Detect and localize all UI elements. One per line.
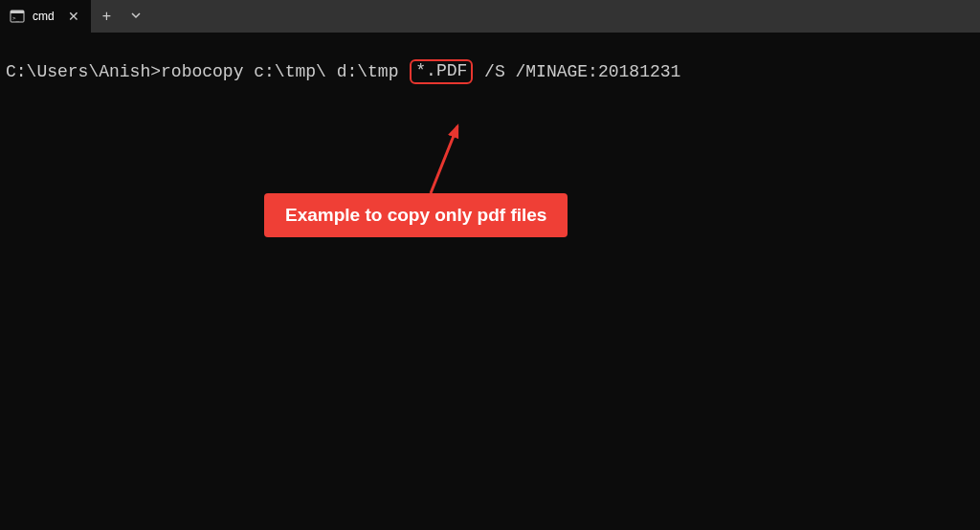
command-line: C:\Users\Anish>robocopy c:\tmp\ d:\tmp *… [6,59,980,84]
command-part2: /S /MINAGE:20181231 [474,62,680,81]
tab-bar: >_ cmd ✕ + [0,0,980,33]
svg-text:>_: >_ [12,14,20,22]
svg-line-4 [431,126,457,193]
annotation-callout: Example to copy only pdf files [264,193,568,237]
tab-title: cmd [33,10,55,23]
tab-dropdown-icon[interactable] [122,10,149,24]
close-icon[interactable]: ✕ [64,7,83,26]
cmd-icon: >_ [10,9,25,24]
command-part1: robocopy c:\tmp\ d:\tmp [161,62,409,81]
tab-cmd[interactable]: >_ cmd ✕ [0,0,91,33]
add-tab-button[interactable]: + [91,8,122,25]
terminal-body[interactable]: C:\Users\Anish>robocopy c:\tmp\ d:\tmp *… [0,33,980,84]
prompt: C:\Users\Anish> [6,62,161,81]
annotation-arrow-icon [423,119,480,195]
highlight-filter: *.PDF [410,59,473,84]
